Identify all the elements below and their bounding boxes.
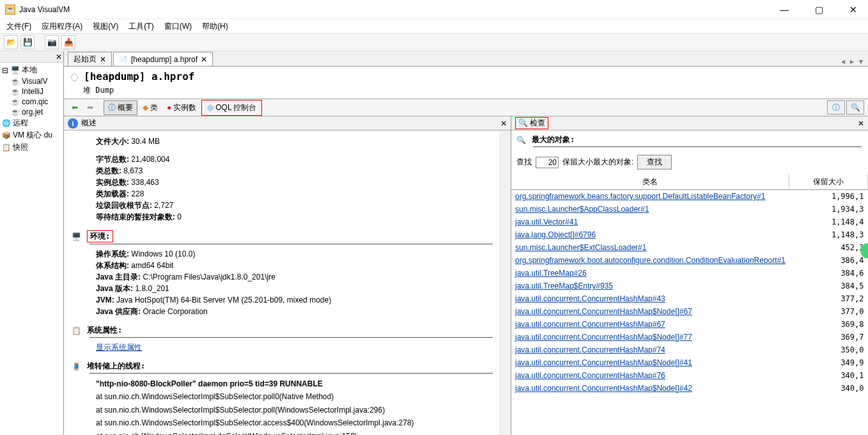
table-row[interactable]: sun.misc.Launcher$ExtClassLoader#1452,3	[511, 241, 868, 254]
show-sysprops-link[interactable]: 显示系统属性	[96, 343, 142, 352]
maximize-button[interactable]: ▢	[809, 4, 828, 15]
page-subtitle: 堆 Dump	[70, 83, 862, 96]
tab-prev-icon[interactable]: ◂	[841, 57, 845, 66]
info-button[interactable]: ⓘ	[827, 100, 845, 115]
table-row[interactable]: sun.misc.Launcher$AppClassLoader#11,934,…	[511, 203, 868, 216]
table-row[interactable]: java.util.concurrent.ConcurrentHashMap$N…	[511, 331, 868, 344]
app-node-icon: ☕	[10, 107, 20, 116]
class-link[interactable]: org.springframework.boot.autoconfigure.c…	[515, 256, 786, 265]
retained-size: 377,0	[789, 305, 868, 318]
retained-size: 340,0	[789, 382, 868, 395]
class-link[interactable]: sun.misc.Launcher$AppClassLoader#1	[515, 205, 649, 214]
close-button[interactable]: ✕	[844, 4, 863, 15]
retained-size: 1,148,4	[789, 216, 868, 228]
table-row[interactable]: java.util.concurrent.ConcurrentHashMap$N…	[511, 382, 868, 395]
toolbar-save-icon[interactable]: 💾	[20, 35, 35, 49]
table-row[interactable]: java.util.concurrent.ConcurrentHashMap#4…	[511, 292, 868, 305]
class-link[interactable]: org.springframework.beans.factory.suppor…	[515, 192, 765, 201]
class-link[interactable]: java.util.Vector#41	[515, 217, 578, 226]
right-panel-title: 检查	[530, 118, 545, 127]
tree-toggle-icon[interactable]: ⊟	[1, 66, 9, 75]
tree-snapshot[interactable]: 快照	[13, 142, 28, 153]
class-link[interactable]: java.util.concurrent.ConcurrentHashMap#7…	[515, 371, 665, 380]
nav-back-icon[interactable]: ⬅	[68, 102, 82, 113]
class-link[interactable]: java.util.TreeMap$Entry#935	[515, 281, 613, 290]
thread-header: "http-nio-8080-BlockPoller" daemon prio=…	[96, 379, 323, 388]
table-row[interactable]: java.lang.Object[]#67961,148,3	[511, 228, 868, 241]
stack-line: at sun.nio.ch.WindowsSelectorImpl$SubSel…	[96, 404, 499, 416]
class-link[interactable]: java.util.TreeMap#26	[515, 269, 587, 278]
menu-view[interactable]: 视图(V)	[90, 20, 121, 33]
menu-file[interactable]: 文件(F)	[4, 20, 34, 33]
find-label: 查找	[516, 157, 532, 168]
menu-apps[interactable]: 应用程序(A)	[39, 20, 85, 33]
retained-size: 384,6	[789, 267, 868, 280]
retained-size: 340,1	[789, 369, 868, 382]
btn-oql-console[interactable]: ◎OQL 控制台	[203, 101, 260, 115]
tree-remote[interactable]: 远程	[13, 118, 28, 129]
find-count-input[interactable]	[536, 157, 559, 168]
btn-classes[interactable]: ◆类	[139, 101, 162, 115]
toolbar-snapshot-icon[interactable]: 📷	[45, 35, 59, 49]
tree-item[interactable]: org.jet	[22, 107, 43, 116]
class-link[interactable]: java.util.concurrent.ConcurrentHashMap#7…	[515, 345, 665, 354]
tree-local[interactable]: 本地	[22, 65, 37, 75]
left-panel-title: 概述	[81, 118, 97, 129]
tab-start[interactable]: 起始页✕	[68, 52, 112, 66]
table-row[interactable]: java.util.concurrent.ConcurrentHashMap#7…	[511, 344, 868, 356]
col-classname[interactable]: 类名	[511, 175, 789, 190]
info-icon: i	[68, 118, 78, 129]
class-link[interactable]: java.util.concurrent.ConcurrentHashMap$N…	[515, 384, 692, 393]
table-row[interactable]: java.util.concurrent.ConcurrentHashMap#6…	[511, 318, 868, 331]
tree-item[interactable]: VisualV	[22, 77, 47, 86]
section-env-title: 环境:	[87, 230, 113, 242]
table-row[interactable]: java.util.TreeMap$Entry#935384,5	[511, 280, 868, 292]
toolbar-heapdump-icon[interactable]: 📥	[61, 35, 75, 49]
minimize-button[interactable]: —	[775, 4, 794, 15]
menu-window[interactable]: 窗口(W)	[162, 20, 194, 33]
class-link[interactable]: java.util.concurrent.ConcurrentHashMap$N…	[515, 307, 692, 316]
toolbar-open-icon[interactable]: 📂	[4, 35, 18, 49]
search-button[interactable]: 🔍	[846, 100, 864, 115]
btn-overview[interactable]: ⓘ概要	[104, 100, 137, 115]
tab-heapdump[interactable]: 📄[heapdump] a.hprof✕	[113, 52, 213, 66]
find-button[interactable]: 查找	[637, 155, 672, 170]
class-link[interactable]: java.util.concurrent.ConcurrentHashMap$N…	[515, 358, 692, 367]
panel-close-icon[interactable]: ✕	[500, 119, 507, 128]
loading-icon: ◌	[70, 71, 79, 83]
table-row[interactable]: org.springframework.boot.autoconfigure.c…	[511, 254, 868, 267]
nav-fwd-icon[interactable]: ➡	[83, 102, 97, 113]
magnifier-icon: 🔍	[515, 135, 527, 145]
vmcore-icon: 📦	[1, 131, 12, 140]
table-row[interactable]: java.util.concurrent.ConcurrentHashMap$N…	[511, 305, 868, 318]
heapdump-icon: 📄	[119, 55, 128, 64]
props-icon: 📋	[70, 326, 82, 336]
table-row[interactable]: org.springframework.beans.factory.suppor…	[511, 190, 868, 203]
tree-item[interactable]: IntelliJ	[22, 87, 43, 96]
computer-icon: 🖥️	[70, 232, 82, 242]
table-row[interactable]: java.util.TreeMap#26384,6	[511, 267, 868, 280]
table-row[interactable]: java.util.concurrent.ConcurrentHashMap#7…	[511, 369, 868, 382]
tree-item[interactable]: com.qic	[22, 97, 48, 106]
retained-size: 386,4	[789, 254, 868, 267]
tab-close-icon[interactable]: ✕	[201, 55, 207, 64]
class-link[interactable]: java.util.concurrent.ConcurrentHashMap#4…	[515, 294, 665, 303]
filesize-label: 文件大小:	[96, 137, 129, 146]
class-link[interactable]: java.util.concurrent.ConcurrentHashMap$N…	[515, 333, 692, 342]
btn-instances[interactable]: ●实例数	[163, 101, 200, 115]
section-threads-title: 堆转储上的线程:	[87, 361, 145, 372]
class-link[interactable]: java.lang.Object[]#6796	[515, 230, 596, 239]
class-link[interactable]: sun.misc.Launcher$ExtClassLoader#1	[515, 243, 646, 252]
tab-menu-icon[interactable]: ▾	[859, 57, 863, 66]
tab-next-icon[interactable]: ▸	[850, 57, 854, 66]
tree-vmcore[interactable]: VM 核心 du	[13, 130, 52, 141]
sidebar-close-icon[interactable]: ✕	[56, 52, 62, 61]
class-link[interactable]: java.util.concurrent.ConcurrentHashMap#6…	[515, 320, 665, 329]
col-retained[interactable]: 保留大小	[789, 175, 868, 190]
tab-close-icon[interactable]: ✕	[100, 55, 106, 64]
panel-close-icon[interactable]: ✕	[858, 119, 864, 128]
menu-tools[interactable]: 工具(T)	[126, 20, 156, 33]
table-row[interactable]: java.util.concurrent.ConcurrentHashMap$N…	[511, 356, 868, 369]
table-row[interactable]: java.util.Vector#411,148,4	[511, 216, 868, 228]
menu-help[interactable]: 帮助(H)	[199, 20, 231, 33]
